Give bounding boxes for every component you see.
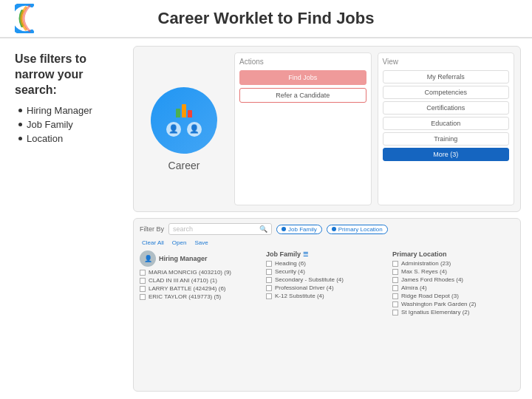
- bar-green: [176, 109, 180, 117]
- checkbox-icon[interactable]: [266, 261, 272, 267]
- bullet-list: Hiring Manager Job Family Location: [15, 105, 126, 144]
- filter-item: Professional Driver (4): [266, 284, 388, 291]
- view-panel: View My Referrals Competencies Certifica…: [378, 52, 515, 205]
- filter-item: Heading (6): [266, 260, 388, 267]
- career-circle: 👤 👤: [151, 87, 217, 154]
- filter-item: Security (4): [266, 268, 388, 275]
- bullet-icon: [18, 123, 22, 126]
- filter-item: Administration (23): [392, 260, 514, 267]
- checkbox-icon[interactable]: [266, 277, 272, 283]
- chip-dot-icon: [332, 227, 336, 231]
- filter-item-label: Secondary - Substitute (4): [275, 276, 344, 283]
- save-button[interactable]: Save: [192, 239, 210, 247]
- filter-item-label: ERIC TAYLOR (419773) (5): [149, 293, 221, 300]
- checkbox-icon[interactable]: [266, 293, 272, 299]
- checkbox-icon[interactable]: [140, 270, 146, 276]
- bar-red: [188, 110, 192, 117]
- education-btn[interactable]: Education: [383, 117, 510, 130]
- checkbox-icon[interactable]: [392, 310, 398, 316]
- checkbox-icon[interactable]: [140, 286, 146, 292]
- filter-item: Ridge Road Depot (3): [392, 293, 514, 299]
- my-referrals-btn[interactable]: My Referrals: [383, 70, 510, 83]
- intro-text: Use filters to narrow your search:: [15, 52, 126, 98]
- search-icon: 🔍: [259, 225, 267, 233]
- left-panel: Use filters to narrow your search: Hirin…: [11, 46, 133, 392]
- checkbox-icon[interactable]: [266, 269, 272, 275]
- page-title: Career Worklet to Find Jobs: [52, 9, 480, 28]
- job-family-chip[interactable]: Job Family: [276, 225, 322, 234]
- more-btn[interactable]: More (3): [383, 148, 510, 161]
- right-panel: 👤 👤 Career Actions Find Jobs Refer a Can…: [133, 46, 521, 392]
- worklet-screenshot: 👤 👤 Career Actions Find Jobs Refer a Can…: [133, 46, 521, 212]
- find-jobs-button[interactable]: Find Jobs: [239, 70, 366, 85]
- primary-location-column: Primary Location Administration (23) Max…: [392, 250, 514, 317]
- checkbox-icon[interactable]: [392, 293, 398, 299]
- filter-item: Almira (4): [392, 284, 514, 291]
- filter-item: K-12 Substitute (4): [266, 293, 388, 299]
- filter-item-label: Security (4): [275, 268, 305, 275]
- actions-panel: Actions Find Jobs Refer a Candidate: [234, 52, 372, 205]
- hiring-manager-column: 👤 Hiring Manager MARIA MONRCIG (403210) …: [140, 250, 262, 317]
- filter-item-label: Almira (4): [401, 284, 427, 291]
- filter-item: CLAD IN III ANI (4710) (1): [140, 277, 262, 284]
- bullet-icon: [18, 137, 22, 140]
- refer-candidate-button[interactable]: Refer a Candidate: [239, 88, 366, 103]
- certifications-btn[interactable]: Certifications: [383, 101, 510, 115]
- filter-item-label: K-12 Substitute (4): [275, 293, 324, 299]
- actions-header: Actions: [239, 58, 366, 66]
- primary-location-chip[interactable]: Primary Location: [327, 225, 388, 234]
- checkbox-icon[interactable]: [392, 277, 398, 283]
- career-circle-inner: 👤 👤: [166, 104, 202, 137]
- actions-view: Actions Find Jobs Refer a Candidate View…: [234, 52, 514, 205]
- filter-item: ERIC TAYLOR (419773) (5): [140, 293, 262, 300]
- list-item: Job Family: [18, 119, 126, 130]
- filter-item-label: Washington Park Garden (2): [401, 301, 477, 307]
- checkbox-icon[interactable]: [392, 301, 398, 307]
- filter-item-label: Administration (23): [401, 260, 451, 267]
- training-btn[interactable]: Training: [383, 132, 510, 146]
- filter-actions-row: Clear All Open Save: [140, 239, 514, 247]
- filter-screenshot: Filter By search 🔍 Job Family Primary Lo…: [133, 218, 521, 392]
- competencies-btn[interactable]: Competencies: [383, 86, 510, 99]
- filter-item-label: St Ignatius Elementary (2): [401, 309, 469, 316]
- open-button[interactable]: Open: [170, 239, 189, 247]
- filter-search-bar[interactable]: search 🔍: [168, 223, 272, 235]
- worklet-inner: 👤 👤 Career Actions Find Jobs Refer a Can…: [140, 52, 514, 205]
- filter-item: MARIA MONRCIG (403210) (9): [140, 269, 262, 276]
- list-item: Hiring Manager: [18, 105, 126, 116]
- job-family-column-header: Job Family ☰: [266, 250, 388, 258]
- bullet-icon: [18, 109, 22, 112]
- hiring-manager-icon: 👤: [140, 250, 156, 267]
- job-family-column: Job Family ☰ Heading (6) Security (4) Se…: [266, 250, 388, 317]
- filter-item-label: Heading (6): [275, 260, 306, 267]
- checkbox-icon[interactable]: [140, 278, 146, 284]
- checkbox-icon[interactable]: [392, 261, 398, 267]
- filter-item-label: CLAD IN III ANI (4710) (1): [149, 277, 217, 284]
- person-icon-left: 👤: [166, 122, 181, 137]
- filter-item-label: Max S. Reyes (4): [401, 268, 447, 275]
- filter-item: St Ignatius Elementary (2): [392, 309, 514, 316]
- checkbox-icon[interactable]: [392, 285, 398, 291]
- bar-orange: [182, 104, 186, 117]
- checkbox-icon[interactable]: [140, 294, 146, 300]
- search-placeholder: search: [173, 225, 256, 233]
- logo: [15, 4, 52, 33]
- filter-item-label: James Ford Rhodes (4): [401, 276, 463, 283]
- filter-item-label: LARRY BATTLE (424294) (6): [149, 285, 226, 292]
- clear-all-button[interactable]: Clear All: [140, 239, 166, 247]
- filter-item: Max S. Reyes (4): [392, 268, 514, 275]
- filter-item: Secondary - Substitute (4): [266, 276, 388, 283]
- checkbox-icon[interactable]: [392, 269, 398, 275]
- filter-item-label: Ridge Road Depot (3): [401, 293, 459, 299]
- filter-columns-row: 👤 Hiring Manager MARIA MONRCIG (403210) …: [140, 250, 514, 317]
- filter-top-bar: Filter By search 🔍 Job Family Primary Lo…: [140, 223, 514, 235]
- filter-by-label: Filter By: [140, 225, 164, 233]
- header: Career Worklet to Find Jobs: [0, 0, 532, 38]
- bar-chart-icon: [176, 104, 192, 117]
- logo-icon: [15, 4, 49, 33]
- filter-item: Washington Park Garden (2): [392, 301, 514, 307]
- filter-item: LARRY BATTLE (424294) (6): [140, 285, 262, 292]
- checkbox-icon[interactable]: [266, 285, 272, 291]
- filter-item: James Ford Rhodes (4): [392, 276, 514, 283]
- primary-location-column-header: Primary Location: [392, 250, 514, 258]
